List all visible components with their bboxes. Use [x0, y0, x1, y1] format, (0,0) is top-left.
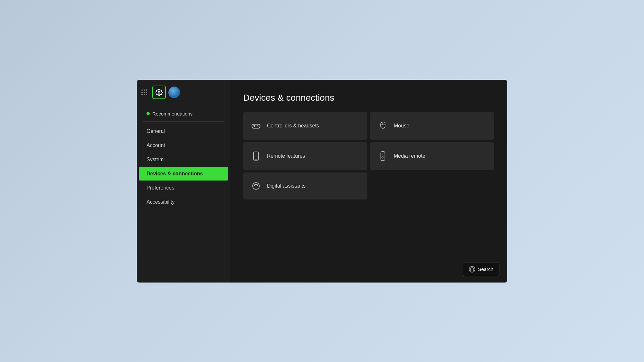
sidebar-item-general[interactable]: General: [139, 125, 228, 138]
sidebar-item-recommendations[interactable]: Recommendations: [139, 108, 228, 120]
page-title: Devices & connections: [243, 93, 494, 103]
search-button-icon: [469, 266, 475, 273]
sidebar-item-system[interactable]: System: [139, 153, 228, 166]
sidebar-item-label: General: [147, 128, 165, 134]
sidebar-item-preferences[interactable]: Preferences: [139, 181, 228, 195]
phone-icon: [251, 152, 261, 161]
sidebar-item-label: Account: [147, 143, 165, 148]
sidebar-nav: Recommendations General Account System D…: [137, 105, 230, 212]
sidebar-item-devices[interactable]: Devices & connections: [139, 167, 228, 181]
search-button-label: Search: [478, 266, 493, 272]
remote-features-label: Remote features: [267, 153, 305, 159]
mouse-icon: [378, 121, 388, 130]
sidebar-item-account[interactable]: Account: [139, 139, 228, 152]
nav-divider: [143, 121, 224, 122]
sidebar-item-label: Accessibility: [147, 199, 175, 205]
media-remote-label: Media remote: [394, 153, 425, 159]
settings-window: Recommendations General Account System D…: [137, 80, 507, 283]
sidebar-item-accessibility[interactable]: Accessibility: [139, 195, 228, 209]
recommendations-dot: [147, 112, 150, 115]
mouse-item[interactable]: Mouse: [370, 112, 494, 140]
svg-point-0: [158, 91, 160, 93]
sidebar-item-label: System: [147, 157, 164, 162]
settings-icon[interactable]: [152, 86, 166, 99]
svg-point-12: [382, 157, 382, 158]
assistant-icon: [251, 181, 261, 190]
main-content: Devices & connections Controllers & head…: [230, 80, 507, 283]
controllers-headsets-label: Controllers & headsets: [267, 123, 319, 129]
svg-point-13: [384, 157, 384, 158]
profile-avatar[interactable]: [168, 87, 180, 98]
devices-grid: Controllers & headsets Mouse: [243, 112, 494, 200]
svg-point-11: [383, 156, 384, 157]
svg-point-18: [472, 270, 472, 270]
grid-dots-icon: [140, 88, 148, 97]
svg-point-2: [258, 126, 259, 127]
digital-assistants-item[interactable]: Digital assistants: [243, 172, 367, 200]
remote-icon: [378, 151, 388, 161]
controllers-headsets-item[interactable]: Controllers & headsets: [243, 112, 367, 140]
sidebar-item-label: Preferences: [147, 185, 174, 191]
sidebar: Recommendations General Account System D…: [137, 80, 230, 283]
mouse-label: Mouse: [394, 123, 409, 129]
digital-assistants-label: Digital assistants: [267, 183, 306, 189]
svg-point-14: [383, 158, 383, 159]
search-button[interactable]: Search: [463, 263, 499, 276]
controller-icon: [251, 121, 261, 131]
remote-features-item[interactable]: Remote features: [243, 142, 367, 170]
sidebar-header: [137, 80, 230, 105]
sidebar-item-label: Devices & connections: [147, 171, 203, 177]
media-remote-item[interactable]: Media remote: [370, 142, 494, 170]
svg-point-1: [257, 125, 258, 126]
sidebar-item-label: Recommendations: [152, 111, 193, 116]
